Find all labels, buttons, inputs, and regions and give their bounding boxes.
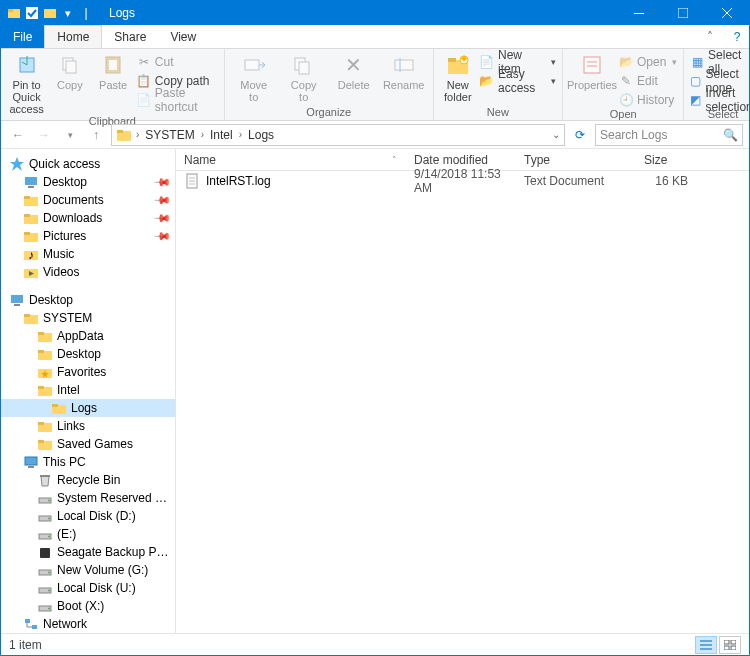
qat-checkbox-icon[interactable] (25, 6, 39, 20)
col-name[interactable]: Name˄ (176, 149, 406, 170)
nav-tree[interactable]: Quick accessDesktop📌Documents📌Downloads📌… (1, 149, 176, 633)
invert-selection-button[interactable]: ◩Invert selection (690, 91, 750, 108)
col-size[interactable]: Size (636, 149, 696, 170)
properties-button[interactable]: Properties (569, 51, 615, 108)
ribbon: Pin to Quick access Copy Paste ✂Cut 📋Cop… (1, 49, 749, 121)
drive-icon (37, 598, 53, 614)
folder-icon[interactable] (43, 6, 57, 20)
tree-node[interactable]: Saved Games (1, 435, 175, 453)
tab-share[interactable]: Share (102, 25, 158, 48)
folder-icon (116, 127, 132, 143)
tree-label: Favorites (57, 365, 106, 379)
up-button[interactable]: ↑ (85, 124, 107, 146)
desktop-icon (23, 174, 39, 190)
tree-node[interactable]: Recycle Bin (1, 471, 175, 489)
breadcrumb-segment[interactable]: Logs (246, 128, 276, 142)
status-text: 1 item (9, 638, 42, 652)
svg-rect-27 (24, 196, 30, 199)
svg-rect-22 (117, 130, 123, 133)
svg-rect-85 (724, 646, 729, 650)
col-type[interactable]: Type (516, 149, 636, 170)
tree-node[interactable]: Network (1, 615, 175, 633)
edit-button[interactable]: ✎Edit (619, 72, 677, 89)
tree-node[interactable]: Intel (1, 381, 175, 399)
move-to-button[interactable]: Move to (231, 51, 277, 103)
tree-node[interactable]: Desktop📌 (1, 173, 175, 191)
svg-rect-51 (38, 422, 44, 425)
tree-node[interactable]: Links (1, 417, 175, 435)
ribbon-collapse-button[interactable]: ˄ (695, 25, 725, 48)
fav-icon (37, 364, 53, 380)
svg-rect-83 (724, 640, 729, 644)
forward-button[interactable]: → (33, 124, 55, 146)
tab-home[interactable]: Home (44, 25, 102, 48)
tree-label: Intel (57, 383, 80, 397)
chevron-right-icon[interactable]: › (239, 129, 242, 140)
back-button[interactable]: ← (7, 124, 29, 146)
tree-node[interactable]: AppData (1, 327, 175, 345)
open-button[interactable]: 📂Open▾ (619, 53, 677, 70)
tree-node[interactable]: Boot (X:) (1, 597, 175, 615)
tree-node[interactable]: Logs (1, 399, 175, 417)
folder-icon (23, 192, 39, 208)
svg-rect-14 (395, 60, 413, 70)
svg-rect-41 (38, 332, 44, 335)
chevron-right-icon[interactable]: › (136, 129, 139, 140)
folder-icon (37, 382, 53, 398)
copy-to-button[interactable]: Copy to (281, 51, 327, 103)
tree-node[interactable]: Desktop (1, 291, 175, 309)
tree-node[interactable]: Documents📌 (1, 191, 175, 209)
folder-icon (37, 346, 53, 362)
tree-node[interactable]: ♪Music (1, 245, 175, 263)
copy-button[interactable]: Copy (50, 51, 89, 115)
history-button[interactable]: 🕘History (619, 91, 677, 108)
tree-node[interactable]: Local Disk (U:) (1, 579, 175, 597)
tree-node[interactable]: Local Disk (D:) (1, 507, 175, 525)
refresh-button[interactable]: ⟳ (569, 124, 591, 146)
breadcrumb[interactable]: › SYSTEM › Intel › Logs ⌄ (111, 124, 565, 146)
tree-node[interactable]: Quick access (1, 155, 175, 173)
rename-button[interactable]: Rename (381, 51, 427, 103)
file-row[interactable]: IntelRST.log 9/14/2018 11:53 AM Text Doc… (176, 171, 749, 191)
pin-icon: 📌 (152, 190, 171, 209)
tree-node[interactable]: Downloads📌 (1, 209, 175, 227)
breadcrumb-segment[interactable]: Intel (208, 128, 235, 142)
tree-node[interactable]: Seagate Backup Plus Drive (F:) (1, 543, 175, 561)
chevron-right-icon[interactable]: › (201, 129, 204, 140)
delete-button[interactable]: ✕Delete (331, 51, 377, 103)
paste-button[interactable]: Paste (94, 51, 133, 115)
paste-shortcut-button[interactable]: 📄Paste shortcut (137, 91, 218, 108)
tree-node[interactable]: Favorites (1, 363, 175, 381)
details-view-button[interactable] (695, 636, 717, 654)
tree-node[interactable]: Pictures📌 (1, 227, 175, 245)
address-bar: ← → ▾ ↑ › SYSTEM › Intel › Logs ⌄ ⟳ Sear… (1, 121, 749, 149)
tree-node[interactable]: Desktop (1, 345, 175, 363)
close-button[interactable] (705, 1, 749, 25)
thumbnails-view-button[interactable] (719, 636, 741, 654)
tab-view[interactable]: View (158, 25, 208, 48)
breadcrumb-segment[interactable]: SYSTEM (143, 128, 196, 142)
maximize-button[interactable] (661, 1, 705, 25)
file-size: 16 KB (636, 174, 696, 188)
svg-point-67 (48, 590, 50, 592)
tree-node[interactable]: (E:) (1, 525, 175, 543)
tree-node[interactable]: New Volume (G:) (1, 561, 175, 579)
pin-quick-access-button[interactable]: Pin to Quick access (7, 51, 46, 115)
tree-node[interactable]: System Reserved (C:) (1, 489, 175, 507)
minimize-button[interactable] (617, 1, 661, 25)
recent-locations-button[interactable]: ▾ (59, 124, 81, 146)
qat-dropdown-icon[interactable]: ▾ (61, 6, 75, 20)
help-button[interactable]: ? (725, 25, 749, 48)
tree-node[interactable]: SYSTEM (1, 309, 175, 327)
tree-node[interactable]: This PC (1, 453, 175, 471)
easy-access-button[interactable]: 📂Easy access▾ (480, 72, 556, 89)
tree-node[interactable]: Videos (1, 263, 175, 281)
svg-rect-53 (38, 440, 44, 443)
svg-point-65 (48, 572, 50, 574)
tab-file[interactable]: File (1, 25, 44, 48)
cut-button[interactable]: ✂Cut (137, 53, 218, 70)
search-input[interactable]: Search Logs 🔍 (595, 124, 743, 146)
svg-rect-54 (25, 457, 37, 465)
chevron-down-icon[interactable]: ⌄ (552, 129, 560, 140)
new-folder-button[interactable]: ✦New folder (440, 51, 476, 103)
